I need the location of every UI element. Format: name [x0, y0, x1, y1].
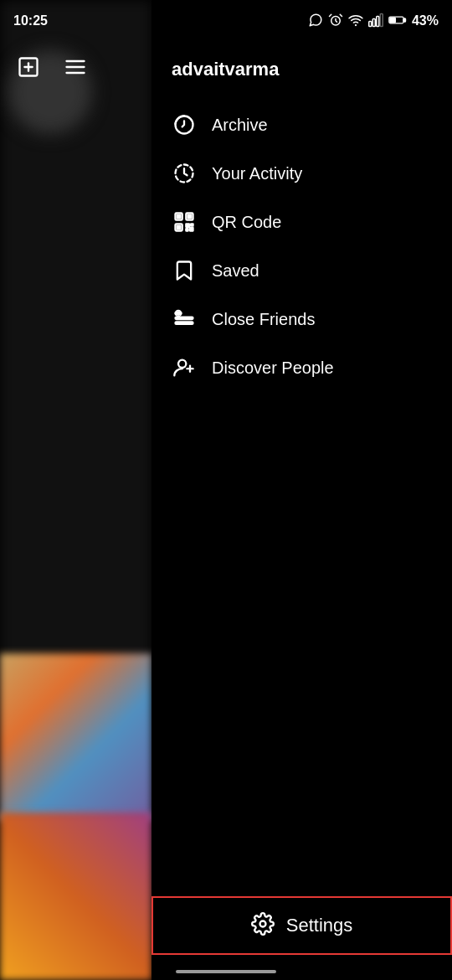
svg-rect-31 — [176, 322, 193, 324]
svg-rect-6 — [377, 16, 379, 26]
menu-item-qr-code[interactable]: QR Code — [172, 198, 432, 246]
hamburger-menu-button[interactable] — [60, 52, 90, 82]
svg-point-35 — [178, 360, 186, 368]
svg-rect-9 — [390, 18, 395, 23]
username: advaitvarma — [172, 59, 432, 80]
blurred-image-1 — [0, 653, 152, 821]
menu-item-close-friends[interactable]: Close Friends — [172, 295, 432, 343]
svg-rect-4 — [369, 21, 372, 26]
left-panel — [0, 0, 152, 980]
settings-label: Settings — [286, 915, 353, 936]
signal-icon — [368, 13, 383, 30]
svg-rect-20 — [177, 215, 181, 219]
svg-rect-28 — [190, 228, 193, 231]
svg-rect-26 — [191, 224, 193, 225]
new-post-button[interactable] — [13, 52, 44, 82]
your-activity-label: Your Activity — [212, 164, 302, 183]
top-bar — [0, 42, 152, 92]
archive-label: Archive — [212, 116, 268, 135]
menu-item-discover-people[interactable]: Discover People — [172, 343, 432, 392]
svg-rect-25 — [186, 224, 189, 227]
discover-people-icon — [172, 355, 197, 380]
svg-rect-10 — [403, 18, 405, 22]
menu-item-your-activity[interactable]: Your Activity — [172, 149, 432, 198]
battery-icon — [388, 14, 407, 28]
discover-people-label: Discover People — [212, 358, 334, 378]
saved-icon — [172, 258, 197, 283]
svg-line-1 — [329, 14, 331, 16]
qrcode-icon — [172, 209, 197, 235]
menu-panel: advaitvarma Archive Your Activity — [152, 42, 452, 409]
close-friends-icon — [172, 307, 197, 332]
alarm-icon — [328, 13, 343, 30]
svg-rect-27 — [186, 229, 187, 230]
svg-rect-22 — [188, 215, 192, 219]
blurred-image-2 — [0, 812, 152, 980]
menu-item-archive[interactable]: Archive — [172, 101, 432, 149]
home-indicator — [176, 970, 276, 973]
svg-rect-5 — [372, 18, 375, 26]
battery-percent: 43% — [412, 13, 439, 28]
saved-label: Saved — [212, 261, 259, 281]
svg-line-2 — [340, 14, 342, 16]
status-bar: 10:25 — [0, 0, 452, 42]
whatsapp-icon — [308, 13, 323, 30]
svg-point-38 — [259, 921, 265, 927]
status-icons: 43% — [308, 13, 439, 30]
svg-rect-24 — [177, 226, 181, 230]
settings-icon — [251, 912, 275, 939]
qr-code-label: QR Code — [212, 213, 281, 232]
svg-rect-7 — [380, 13, 383, 26]
settings-button[interactable]: Settings — [152, 896, 452, 955]
menu-item-saved[interactable]: Saved — [172, 246, 432, 295]
archive-icon — [172, 112, 197, 137]
status-time: 10:25 — [13, 13, 48, 28]
wifi-icon — [348, 13, 363, 30]
activity-icon — [172, 161, 197, 186]
svg-rect-30 — [176, 317, 193, 319]
close-friends-label: Close Friends — [212, 310, 315, 329]
